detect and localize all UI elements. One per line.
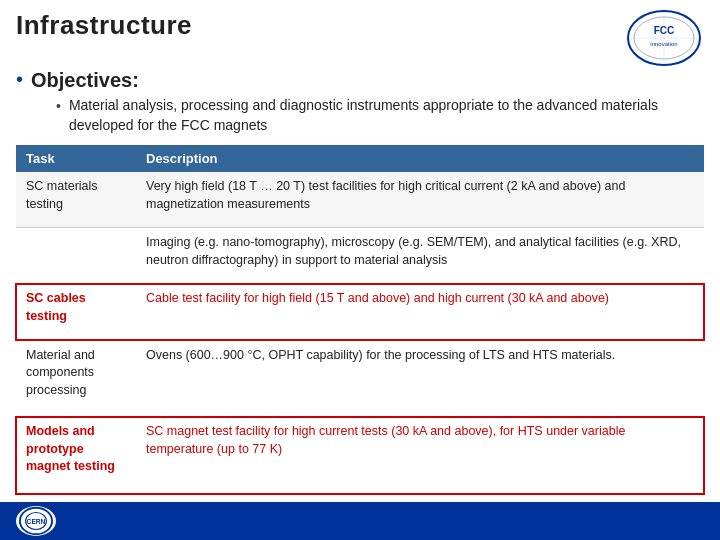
table-row: Imaging (e.g. nano-tomography), microsco… xyxy=(16,228,704,284)
objectives-section: • Objectives: • Material analysis, proce… xyxy=(16,69,704,135)
fcc-logo-container: FCC innovation xyxy=(624,10,704,65)
description-cell: Imaging (e.g. nano-tomography), microsco… xyxy=(136,228,704,284)
description-cell: Cable test facility for high field (15 T… xyxy=(136,284,704,340)
bullet-dot-level1: • xyxy=(16,67,23,91)
objectives-sub-text: Material analysis, processing and diagno… xyxy=(69,96,704,135)
page-title: Infrastructure xyxy=(16,10,192,41)
cern-logo-icon: CERN xyxy=(18,505,54,537)
description-cell: Ovens (600…900 °C, OPHT capability) for … xyxy=(136,340,704,417)
bullet-dot-level2: • xyxy=(56,98,61,114)
table-row: SC cables testingCable test facility for… xyxy=(16,284,704,340)
col-header-description: Description xyxy=(136,145,704,172)
table-header: Task Description xyxy=(16,145,704,172)
content-area: • Objectives: • Material analysis, proce… xyxy=(0,69,720,502)
header: Infrastructure FCC innovation xyxy=(0,0,720,69)
fcc-logo-icon: FCC innovation xyxy=(627,9,702,67)
svg-text:CERN: CERN xyxy=(27,518,46,525)
cern-logo: CERN xyxy=(16,506,56,536)
table-row: Models and prototype magnet testingSC ma… xyxy=(16,417,704,494)
task-cell: SC cables testing xyxy=(16,284,136,340)
task-cell: Models and prototype magnet testing xyxy=(16,417,136,494)
task-cell: SC materials testing xyxy=(16,172,136,228)
task-cell: Material and components processing xyxy=(16,340,136,417)
col-header-task: Task xyxy=(16,145,136,172)
description-cell: Very high field (18 T … 20 T) test facil… xyxy=(136,172,704,228)
table-header-row: Task Description xyxy=(16,145,704,172)
footer-bar: CERN xyxy=(0,502,720,540)
task-cell xyxy=(16,228,136,284)
objectives-label: Objectives: xyxy=(31,69,139,92)
table-row: SC materials testingVery high field (18 … xyxy=(16,172,704,228)
objectives-sub-bullet: • Material analysis, processing and diag… xyxy=(56,96,704,135)
task-table: Task Description SC materials testingVer… xyxy=(16,145,704,494)
page-wrapper: Infrastructure FCC innovation • Objec xyxy=(0,0,720,540)
table-body: SC materials testingVery high field (18 … xyxy=(16,172,704,493)
description-cell: SC magnet test facility for high current… xyxy=(136,417,704,494)
table-row: Material and components processingOvens … xyxy=(16,340,704,417)
objectives-bullet-level1: • Objectives: xyxy=(16,69,704,92)
